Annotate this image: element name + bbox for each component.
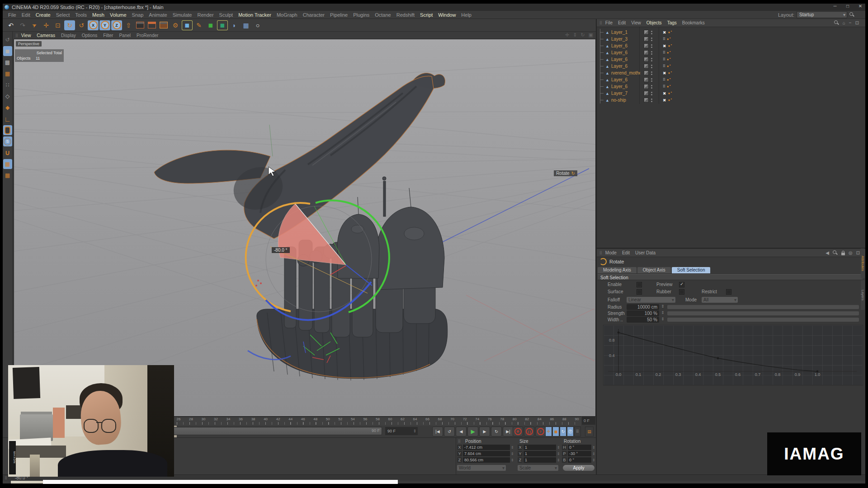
object-name[interactable]: no-ship	[611, 98, 640, 103]
menu-item[interactable]: Motion Tracker	[236, 12, 274, 18]
points-mode-icon[interactable]: ∷	[3, 80, 12, 90]
phong-tag-icon[interactable]: ●	[667, 84, 669, 89]
menu-item[interactable]: Sculpt	[217, 12, 236, 18]
layer-chip[interactable]	[644, 64, 649, 69]
scale-icon[interactable]: ⊡	[52, 20, 63, 30]
menu-item[interactable]: Redshift	[394, 12, 417, 18]
enable-checkbox[interactable]	[637, 282, 642, 287]
visibility-controls[interactable]	[644, 50, 660, 55]
object-row[interactable]: ▲ Layer_6 ⠿ ●	[597, 56, 865, 63]
layer-chip[interactable]	[644, 37, 649, 42]
enable-snap-icon[interactable]: S	[3, 136, 12, 146]
uvw-tag-icon[interactable]: ⠿	[663, 64, 665, 68]
enable-axis-icon[interactable]: ∟	[3, 114, 12, 124]
attribute-menu-item[interactable]: Mode	[605, 250, 617, 255]
menu-item[interactable]: File	[5, 12, 19, 18]
phong-tag-icon[interactable]: ●	[667, 64, 669, 68]
visibility-controls[interactable]	[644, 37, 660, 42]
polygon-object-icon[interactable]: ▲	[605, 37, 609, 42]
menu-item[interactable]: Create	[33, 12, 53, 18]
minimize-button[interactable]: ─	[832, 4, 838, 9]
menu-item[interactable]: Snap	[129, 12, 146, 18]
position-space-dropdown[interactable]: World	[457, 465, 506, 471]
attribute-menu-item[interactable]: User Data	[635, 250, 656, 255]
move-icon[interactable]: ✛	[41, 20, 52, 30]
lock-icon[interactable]	[841, 253, 845, 255]
size-mode-dropdown[interactable]: Scale	[518, 465, 558, 471]
record-rotation-toggle[interactable]: ↻	[560, 427, 566, 436]
layer-chip[interactable]	[644, 43, 649, 48]
polygon-object-icon[interactable]: ▲	[605, 51, 609, 55]
uvw-tag-icon[interactable]: ✖	[663, 91, 666, 96]
live-selection-icon[interactable]: ➤	[29, 20, 40, 30]
object-row[interactable]: ▲ Layer_6 ⠿ ●	[597, 76, 865, 83]
attribute-tab[interactable]: Modeling Axis	[598, 267, 637, 273]
position-field[interactable]: -7.412 cm	[463, 445, 510, 450]
search-icon[interactable]	[834, 20, 839, 25]
menu-item[interactable]: MoGraph	[274, 12, 300, 18]
object-manager-menu-item[interactable]: Bookmarks	[682, 20, 705, 25]
camera-label[interactable]: Perspective	[16, 41, 42, 47]
viewport-menu-item[interactable]: Panel	[119, 33, 131, 38]
generators-icon[interactable]: ◼	[205, 20, 216, 30]
object-manager-menu-item[interactable]: View	[631, 20, 641, 25]
render-region-icon[interactable]	[146, 20, 157, 30]
expand-icon[interactable]: ⊡	[855, 20, 859, 25]
spinner-icon[interactable]: ⇕	[592, 452, 595, 456]
menu-item[interactable]: Octane	[372, 12, 393, 18]
object-name[interactable]: Layer_6	[611, 43, 640, 48]
target-icon[interactable]: ◎	[849, 250, 853, 255]
maximize-button[interactable]: □	[844, 4, 851, 9]
goto-start-button[interactable]: |◀	[432, 427, 443, 436]
record-parameter-toggle[interactable]: Ⓟ	[567, 427, 574, 436]
object-name[interactable]: Layer_6	[611, 77, 640, 82]
size-field[interactable]: 1	[524, 445, 556, 450]
phong-tag-icon[interactable]: ●	[668, 98, 670, 102]
object-manager-menu-item[interactable]: Tags	[667, 20, 677, 25]
phong-tag-icon[interactable]: ●	[668, 71, 670, 75]
menu-item[interactable]: Script	[417, 12, 435, 18]
edges-mode-icon[interactable]: ◇	[3, 91, 12, 101]
width-slider[interactable]	[667, 318, 859, 322]
autokeying-button[interactable]: ( )	[524, 427, 534, 436]
size-field[interactable]: 1	[524, 457, 556, 463]
polygon-object-icon[interactable]: ▲	[605, 64, 609, 69]
drag-handle-icon[interactable]: ⣿	[599, 21, 602, 25]
spline-pen-icon[interactable]: ✎	[193, 20, 204, 30]
menu-item[interactable]: Plugins	[350, 12, 372, 18]
rotation-field[interactable]: -30 °	[568, 451, 591, 456]
phong-tag-icon[interactable]: ●	[667, 51, 669, 55]
object-row[interactable]: ▲ Layer_1 ✖ ●	[597, 29, 865, 36]
strength-field[interactable]: 100 %	[627, 310, 659, 316]
object-row[interactable]: ▲ Layer_6 ⠿ ●	[597, 49, 865, 56]
menu-item[interactable]: Mesh	[90, 12, 107, 18]
object-name[interactable]: rverend_mother	[611, 70, 640, 75]
rubber-checkbox[interactable]	[679, 289, 684, 295]
surface-checkbox[interactable]	[637, 289, 642, 295]
viewport-canvas[interactable]: Perspective Selected Total Objects11 Rot…	[14, 39, 596, 417]
attribute-tab[interactable]: Object Axis	[637, 267, 671, 273]
visibility-controls[interactable]	[644, 91, 660, 96]
uvw-tag-icon[interactable]: ✖	[663, 44, 666, 48]
workplane-rotate-icon[interactable]: ▦	[3, 170, 12, 180]
mode-dropdown[interactable]: All	[702, 297, 738, 303]
end-frame-field[interactable]: 0 F	[582, 417, 595, 425]
make-editable-icon[interactable]: ↺	[3, 35, 12, 45]
back-arrow-icon[interactable]: ◀	[826, 250, 829, 255]
spinner-icon[interactable]: ⇕	[557, 458, 560, 462]
uvw-tag-icon[interactable]: ✖	[663, 30, 666, 35]
dolly-view-icon[interactable]: ⇕	[573, 32, 577, 38]
menu-item[interactable]: Render	[194, 12, 216, 18]
rotate-view-icon[interactable]: ↻	[580, 32, 585, 38]
layer-chip[interactable]	[644, 91, 649, 96]
keyframe-selection-button[interactable]: ?	[535, 427, 546, 436]
uvw-tag-icon[interactable]: ✖	[663, 71, 666, 75]
object-name[interactable]: Layer_6	[611, 57, 640, 62]
polygon-object-icon[interactable]: ▲	[605, 84, 609, 89]
menu-item[interactable]: Select	[53, 12, 73, 18]
object-name[interactable]: Layer_3	[611, 37, 640, 42]
menu-item[interactable]: Edit	[19, 12, 33, 18]
x-axis-lock-icon[interactable]: X	[88, 20, 99, 30]
snap-magnet-icon[interactable]: ∪	[3, 148, 12, 158]
viewport-menu-item[interactable]: Cameras	[37, 33, 55, 38]
